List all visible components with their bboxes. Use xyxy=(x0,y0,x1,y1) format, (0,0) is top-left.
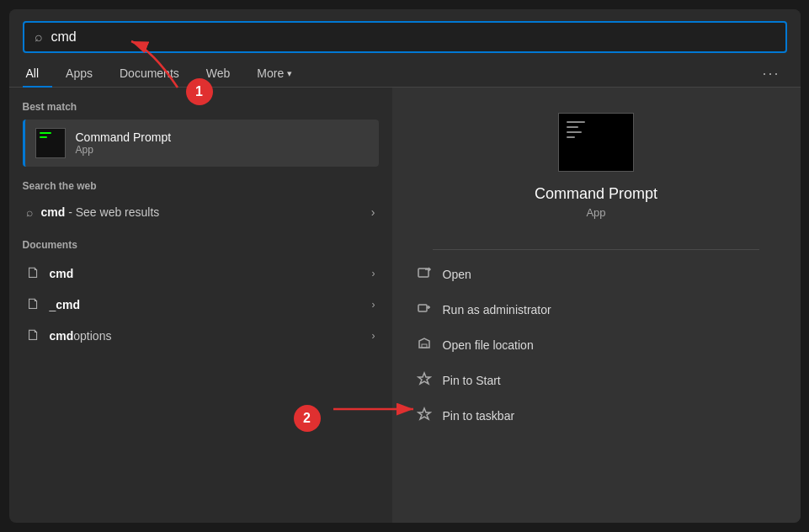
doc-arrow-icon-2: › xyxy=(372,299,375,311)
left-panel: Best match Command Prompt App Search the… xyxy=(9,88,392,523)
web-search-text: cmd - See web results xyxy=(41,205,160,219)
document-icon-2: 🗋 xyxy=(26,295,41,313)
command-prompt-icon-small xyxy=(35,128,66,158)
tab-documents[interactable]: Documents xyxy=(106,60,193,87)
documents-label: Documents xyxy=(23,239,379,251)
svg-rect-3 xyxy=(418,305,427,311)
action-pin-start[interactable]: Pin to Start xyxy=(406,363,787,398)
run-admin-icon xyxy=(416,301,433,319)
app-preview: Command Prompt App xyxy=(392,88,801,249)
action-pin-start-label: Pin to Start xyxy=(443,374,501,387)
action-pin-taskbar[interactable]: Pin to taskbar xyxy=(406,398,787,434)
doc-arrow-icon: › xyxy=(372,268,375,279)
web-search-arrow-icon: › xyxy=(371,205,375,219)
document-icon: 🗋 xyxy=(26,264,41,282)
tab-all[interactable]: All xyxy=(23,60,53,87)
pin-taskbar-icon xyxy=(416,407,433,425)
doc-item-cmd[interactable]: 🗋 cmd › xyxy=(23,258,379,289)
best-match-item[interactable]: Command Prompt App xyxy=(23,120,379,167)
pin-start-icon xyxy=(416,371,433,390)
web-search-icon: ⌕ xyxy=(26,205,33,219)
web-search-item[interactable]: ⌕ cmd - See web results › xyxy=(23,199,379,226)
action-pin-taskbar-label: Pin to taskbar xyxy=(443,409,515,423)
panel-divider xyxy=(433,249,759,250)
web-search-section: Search the web ⌕ cmd - See web results › xyxy=(23,180,379,226)
doc-arrow-icon-3: › xyxy=(372,330,375,342)
action-open-location-label: Open file location xyxy=(443,338,534,352)
open-icon xyxy=(416,265,433,284)
search-bar[interactable]: ⌕ cmd xyxy=(23,21,787,53)
app-type: App xyxy=(586,206,605,219)
right-panel: Command Prompt App Open xyxy=(392,88,801,523)
command-prompt-preview-icon xyxy=(558,113,634,172)
action-open-location[interactable]: Open file location xyxy=(406,327,787,363)
main-content: Best match Command Prompt App Search the… xyxy=(9,88,801,523)
web-search-label: Search the web xyxy=(23,180,379,192)
doc-name-cmd: cmd xyxy=(50,267,364,280)
search-input[interactable]: cmd xyxy=(51,29,775,45)
best-match-label: Best match xyxy=(23,101,379,113)
action-open-label: Open xyxy=(443,268,471,281)
open-location-icon xyxy=(416,336,433,354)
action-open[interactable]: Open xyxy=(406,257,787,292)
tab-more[interactable]: More ▾ xyxy=(243,60,306,87)
doc-item-cmdoptions[interactable]: 🗋 cmdoptions › xyxy=(23,320,379,351)
best-match-info: Command Prompt App xyxy=(76,130,172,156)
app-name: Command Prompt xyxy=(535,185,657,203)
best-match-type: App xyxy=(76,144,172,156)
documents-section: Documents 🗋 cmd › 🗋 _cmd › 🗋 cmdoptions … xyxy=(23,239,379,351)
search-icon: ⌕ xyxy=(35,29,43,45)
tabs-row: All Apps Documents Web More ▾ ··· xyxy=(9,53,801,88)
tab-apps[interactable]: Apps xyxy=(52,60,106,87)
document-icon-3: 🗋 xyxy=(26,327,41,344)
tab-options-button[interactable]: ··· xyxy=(755,61,786,86)
tab-web[interactable]: Web xyxy=(193,60,244,87)
action-run-admin[interactable]: Run as administrator xyxy=(406,292,787,327)
search-bar-container: ⌕ cmd xyxy=(9,9,801,53)
doc-item-undercmd[interactable]: 🗋 _cmd › xyxy=(23,289,379,320)
doc-name-undercmd: _cmd xyxy=(50,298,364,311)
doc-name-cmdoptions: cmdoptions xyxy=(50,329,364,343)
action-run-admin-label: Run as administrator xyxy=(443,303,551,317)
action-list: Open Run as administrator xyxy=(392,257,801,434)
best-match-name: Command Prompt xyxy=(76,130,172,144)
search-panel: 1 2 ⌕ cmd All Apps Documents Web xyxy=(9,9,801,523)
